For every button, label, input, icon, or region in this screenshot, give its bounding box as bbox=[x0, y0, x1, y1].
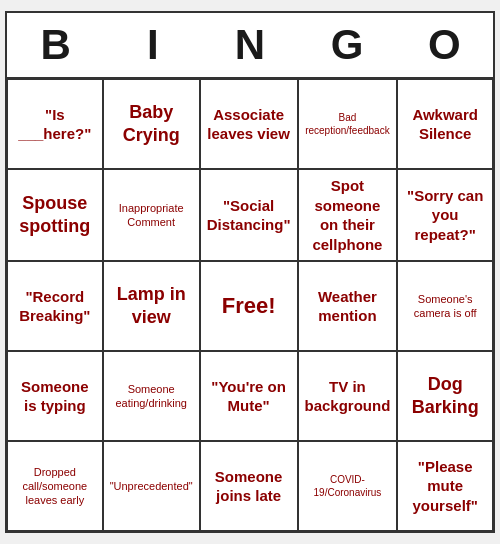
bingo-letter-g: G bbox=[303, 21, 391, 69]
bingo-card: BINGO "Is ___here?"Baby CryingAssociate … bbox=[5, 11, 495, 533]
bingo-letter-n: N bbox=[206, 21, 294, 69]
bingo-header: BINGO bbox=[7, 13, 493, 79]
bingo-cell-17[interactable]: "You're on Mute" bbox=[200, 351, 298, 441]
bingo-cell-10[interactable]: "Record Breaking" bbox=[7, 261, 103, 351]
bingo-cell-9[interactable]: "Sorry can you repeat?" bbox=[397, 169, 493, 261]
bingo-cell-3[interactable]: Bad reception/feedback bbox=[298, 79, 398, 169]
bingo-cell-24[interactable]: "Please mute yourself" bbox=[397, 441, 493, 531]
bingo-cell-23[interactable]: COVID-19/Coronavirus bbox=[298, 441, 398, 531]
bingo-cell-1[interactable]: Baby Crying bbox=[103, 79, 200, 169]
bingo-cell-4[interactable]: Awkward Silence bbox=[397, 79, 493, 169]
bingo-grid: "Is ___here?"Baby CryingAssociate leaves… bbox=[7, 79, 493, 531]
bingo-cell-12[interactable]: Free! bbox=[200, 261, 298, 351]
bingo-cell-22[interactable]: Someone joins late bbox=[200, 441, 298, 531]
bingo-cell-0[interactable]: "Is ___here?" bbox=[7, 79, 103, 169]
bingo-cell-6[interactable]: Inappropriate Comment bbox=[103, 169, 200, 261]
bingo-cell-7[interactable]: "Social Distancing" bbox=[200, 169, 298, 261]
bingo-cell-16[interactable]: Someone eating/drinking bbox=[103, 351, 200, 441]
bingo-letter-o: O bbox=[400, 21, 488, 69]
bingo-letter-b: B bbox=[12, 21, 100, 69]
bingo-cell-14[interactable]: Someone's camera is off bbox=[397, 261, 493, 351]
bingo-cell-15[interactable]: Someone is typing bbox=[7, 351, 103, 441]
bingo-cell-21[interactable]: "Unprecedented" bbox=[103, 441, 200, 531]
bingo-cell-18[interactable]: TV in background bbox=[298, 351, 398, 441]
bingo-cell-8[interactable]: Spot someone on their cellphone bbox=[298, 169, 398, 261]
bingo-cell-19[interactable]: Dog Barking bbox=[397, 351, 493, 441]
bingo-cell-2[interactable]: Associate leaves view bbox=[200, 79, 298, 169]
bingo-cell-5[interactable]: Spouse spotting bbox=[7, 169, 103, 261]
bingo-cell-13[interactable]: Weather mention bbox=[298, 261, 398, 351]
bingo-letter-i: I bbox=[109, 21, 197, 69]
bingo-cell-11[interactable]: Lamp in view bbox=[103, 261, 200, 351]
bingo-cell-20[interactable]: Dropped call/someone leaves early bbox=[7, 441, 103, 531]
